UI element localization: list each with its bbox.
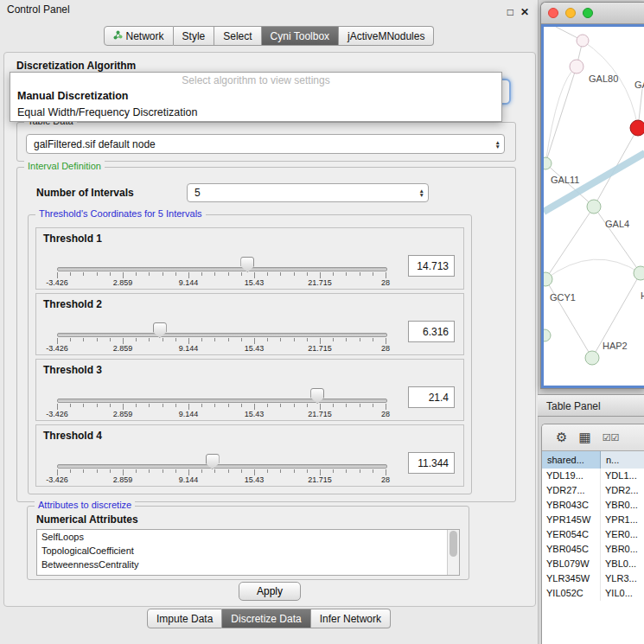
tab-style[interactable]: Style	[174, 26, 215, 46]
tick-mark	[214, 338, 215, 341]
threshold-value-field[interactable]: 11.344	[408, 452, 455, 474]
apply-button[interactable]: Apply	[239, 582, 301, 601]
tab-jactivemnodules[interactable]: jActiveMNodules	[339, 26, 434, 46]
tick-mark	[267, 272, 268, 276]
threshold-value-field[interactable]: 14.713	[408, 255, 455, 277]
algorithm-option[interactable]: Equal Width/Frequency Discretization	[10, 105, 501, 121]
table-row[interactable]: YIL052CYIL0...	[542, 586, 644, 601]
close-panel-icon[interactable]: ✕	[520, 3, 529, 22]
list-item[interactable]: TopologicalCoefficient	[37, 544, 459, 558]
tick-mark	[136, 272, 137, 276]
table-row[interactable]: YLR345WYLR3...	[542, 571, 644, 586]
network-node-label: H	[641, 290, 644, 301]
network-node[interactable]	[634, 266, 644, 280]
list-item[interactable]: BetweennessCentrality	[37, 558, 459, 571]
minimize-window-icon[interactable]	[565, 8, 576, 18]
interval-definition-title: Interval Definition	[24, 161, 105, 171]
column-header-name[interactable]: n...	[601, 451, 644, 469]
list-scrollbar[interactable]	[447, 530, 459, 575]
tick-mark	[333, 469, 334, 473]
network-node[interactable]	[577, 35, 589, 47]
scale-label: 21.715	[308, 344, 332, 353]
tick-mark	[110, 404, 111, 407]
tab-label: Cyni Toolbox	[271, 30, 329, 42]
network-edge[interactable]	[545, 207, 594, 279]
float-window-icon[interactable]: □	[507, 3, 513, 22]
slider-track[interactable]	[57, 267, 387, 271]
network-node[interactable]	[570, 60, 583, 73]
attributes-list-items: SelfLoopsTopologicalCoefficientBetweenne…	[37, 530, 459, 571]
network-edge[interactable]	[545, 67, 577, 163]
table-row[interactable]: YBR045CYBR0...	[542, 542, 644, 557]
tick-mark	[267, 469, 268, 473]
gear-icon[interactable]: ⚙	[556, 430, 567, 445]
network-node[interactable]	[585, 351, 599, 365]
tick-mark	[254, 404, 255, 410]
tab-label: Discretize Data	[231, 613, 301, 625]
tick-mark	[214, 469, 215, 473]
list-item[interactable]: SelfLoops	[37, 530, 459, 544]
threshold-label: Threshold 4	[43, 430, 102, 442]
tick-mark	[201, 469, 202, 473]
tick-mark	[241, 272, 242, 276]
tick-mark	[241, 404, 242, 407]
column-header-shared-name[interactable]: shared...	[542, 451, 601, 469]
tick-mark	[214, 272, 215, 276]
table-data-combo[interactable]: galFiltered.sif default node ▲▼	[26, 134, 505, 154]
tab-network[interactable]: Network	[104, 26, 174, 46]
tick-mark	[333, 272, 334, 276]
scale-label: 15.43	[245, 475, 265, 484]
close-window-icon[interactable]	[548, 8, 558, 18]
scale-label: 15.43	[245, 278, 265, 287]
columns-icon[interactable]: ▦	[578, 430, 590, 445]
slider-track[interactable]	[57, 464, 387, 469]
table-row[interactable]: YBL079WYBL0...	[542, 557, 644, 571]
tab-infer-network[interactable]: Infer Network	[311, 609, 391, 628]
tick-mark	[254, 272, 255, 278]
table-row[interactable]: YDL19...YDL1...	[542, 469, 644, 483]
threshold-value-field[interactable]: 21.4	[408, 386, 455, 408]
table-row[interactable]: YER054CYER0...	[542, 527, 644, 542]
algorithm-popup: Select algorithm to view settings Manual…	[10, 72, 502, 122]
zoom-window-icon[interactable]	[583, 8, 593, 18]
network-edge[interactable]	[545, 279, 592, 358]
attributes-group-title: Attributes to discretize	[35, 500, 135, 510]
tick-mark	[280, 338, 281, 341]
table-row[interactable]: YDR27...YDR2...	[542, 483, 644, 498]
table-toolbar: ⚙ ▦ ☑☑	[542, 424, 644, 450]
threshold-value-field[interactable]: 6.316	[408, 321, 455, 342]
slider-track[interactable]	[57, 333, 387, 337]
table-row[interactable]: YBR043CYBR0...	[542, 498, 644, 513]
scrollbar-thumb[interactable]	[450, 531, 457, 557]
table-cell: YIL052C	[542, 586, 601, 601]
table-cell: YPR145W	[542, 513, 601, 527]
control-panel-body: Discretization Algorithm Select algorith…	[3, 52, 536, 607]
table-cell: YER0...	[601, 527, 644, 542]
select-all-icon[interactable]: ☑☑	[603, 432, 620, 443]
numerical-attributes-list[interactable]: SelfLoopsTopologicalCoefficientBetweenne…	[36, 529, 460, 576]
tick-mark	[346, 469, 347, 473]
algorithm-option[interactable]: Manual Discretization	[10, 88, 501, 105]
network-canvas[interactable]: GAL80GAGAL11GAL4GCY1HHAP2	[541, 24, 644, 388]
tick-mark	[57, 272, 58, 278]
network-node[interactable]	[630, 120, 644, 136]
network-edge[interactable]	[594, 207, 641, 273]
thresholds-group-title: Threshold's Coordinates for 5 Intervals	[35, 208, 206, 219]
table-cell: YDL19...	[542, 469, 601, 483]
number-of-intervals-combo[interactable]: 5 ▲▼	[187, 183, 429, 202]
network-node[interactable]	[544, 329, 551, 341]
tick-mark	[163, 404, 163, 407]
tab-discretize-data[interactable]: Discretize Data	[222, 609, 310, 628]
tab-impute-data[interactable]: Impute Data	[147, 609, 222, 628]
slider-track[interactable]	[57, 399, 387, 403]
network-node[interactable]	[544, 272, 552, 286]
control-panel: Control Panel □ ✕ NetworkStyleSelectCyni…	[0, 0, 539, 644]
tick-mark	[346, 272, 347, 276]
network-node[interactable]	[587, 200, 601, 214]
table-row[interactable]: YPR145WYPR1...	[542, 513, 644, 527]
tick-mark	[267, 404, 268, 407]
tab-cyni-toolbox[interactable]: Cyni Toolbox	[262, 26, 339, 46]
network-node[interactable]	[544, 157, 552, 169]
scale-label: 28	[381, 278, 390, 287]
tab-select[interactable]: Select	[214, 26, 261, 46]
